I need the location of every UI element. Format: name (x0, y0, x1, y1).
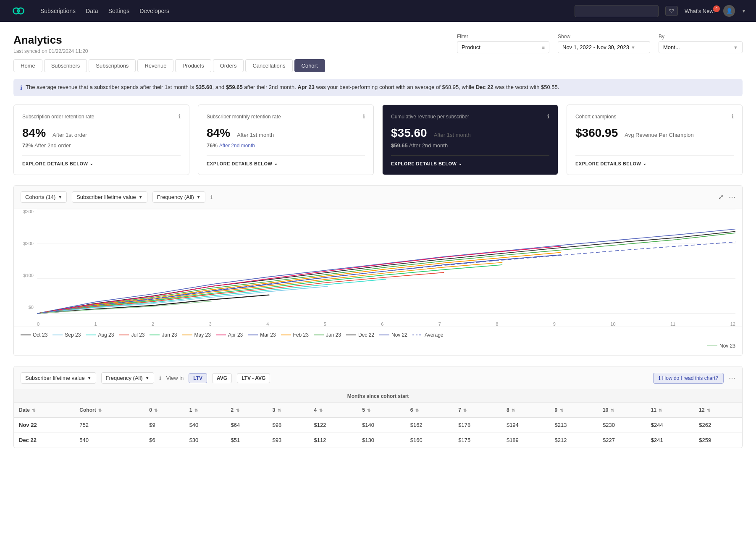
legend-may23[interactable]: May 23 (182, 332, 211, 338)
whats-new-button[interactable]: What's New? 4 (685, 8, 717, 14)
col-m6[interactable]: 6 ⇅ (405, 403, 454, 418)
frequency-dropdown[interactable]: Frequency (All) ▼ (152, 191, 205, 203)
legend-average[interactable]: Average (412, 332, 443, 338)
col-m7[interactable]: 7 ⇅ (453, 403, 501, 418)
legend-jun23[interactable]: Jun 23 (150, 332, 177, 338)
avatar[interactable]: 👤 (723, 5, 735, 17)
table-info-icon[interactable]: ℹ (159, 375, 161, 381)
stat-card-cumulative-revenue: Cumulative revenue per subscriber ℹ $35.… (382, 105, 558, 175)
cell-m12-0: $262 (694, 418, 742, 433)
search-input[interactable] (575, 5, 659, 17)
chart-xaxis: 0 1 2 3 4 5 6 7 8 9 10 11 12 (37, 322, 735, 327)
cell-m11-0: $244 (646, 418, 694, 433)
nav-data[interactable]: Data (86, 8, 98, 14)
nav-subscriptions[interactable]: Subscriptions (40, 8, 76, 14)
tab-cohort[interactable]: Cohort (294, 59, 325, 72)
tab-revenue[interactable]: Revenue (137, 59, 173, 72)
cell-cohort-0: 752 (74, 418, 144, 433)
tab-orders[interactable]: Orders (213, 59, 244, 72)
stat-card-subscriber-retention: Subscriber monthly retention rate ℹ 84% … (198, 105, 374, 175)
col-m4[interactable]: 4 ⇅ (309, 403, 357, 418)
filter-product-dropdown[interactable]: Product ≡ (457, 41, 549, 53)
col-m8[interactable]: 8 ⇅ (501, 403, 550, 418)
legend-dec22[interactable]: Dec 22 (346, 332, 374, 338)
page-title: Analytics (13, 34, 88, 47)
expand-icon[interactable]: ⤢ (718, 193, 724, 201)
cell-m9-0: $213 (550, 418, 598, 433)
cell-m4-1: $112 (309, 433, 357, 448)
legend-line-average (412, 335, 423, 335)
legend-mar23[interactable]: Mar 23 (248, 332, 276, 338)
by-dropdown[interactable]: Mont... ▼ (659, 41, 743, 53)
stat-sub-3: Avg Revenue Per Champion (625, 132, 694, 138)
tab-subscribers[interactable]: Subscribers (44, 59, 87, 72)
more-options-icon[interactable]: ⋯ (729, 193, 735, 201)
legend-feb23[interactable]: Feb 23 (281, 332, 309, 338)
legend-line-mar23 (248, 335, 258, 335)
cell-m8-1: $189 (501, 433, 550, 448)
chevron-down-icon-by: ▼ (733, 45, 738, 50)
nav-settings[interactable]: Settings (108, 8, 130, 14)
cell-m5-0: $140 (357, 418, 405, 433)
explore-2[interactable]: EXPLORE DETAILS BELOW ⌄ (391, 155, 549, 166)
nav-developers[interactable]: Developers (139, 8, 169, 14)
col-cohort[interactable]: Cohort ⇅ (74, 403, 144, 418)
explore-3[interactable]: EXPLORE DETAILS BELOW ⌄ (575, 155, 734, 166)
info-icon-help: ℹ (659, 375, 661, 381)
legend-sep23[interactable]: Sep 23 (52, 332, 81, 338)
col-date[interactable]: Date ⇅ (14, 403, 74, 418)
col-m12[interactable]: 12 ⇅ (694, 403, 742, 418)
help-button[interactable]: ℹ How do I read this chart? (653, 373, 724, 384)
logo[interactable] (10, 3, 27, 19)
col-m9[interactable]: 9 ⇅ (550, 403, 598, 418)
info-icon-2[interactable]: ℹ (547, 113, 549, 120)
info-icon-3[interactable]: ℹ (732, 113, 734, 120)
ltv-avg-button[interactable]: LTV - AVG (237, 373, 270, 383)
legend-jan23[interactable]: Jan 23 (314, 332, 341, 338)
table-more-options-icon[interactable]: ⋯ (729, 374, 735, 382)
legend-nov23[interactable]: Nov 23 (707, 343, 735, 349)
col-m2[interactable]: 2 ⇅ (226, 403, 268, 418)
explore-0[interactable]: EXPLORE DETAILS BELOW ⌄ (22, 155, 181, 166)
cell-m7-0: $178 (453, 418, 501, 433)
tab-cancellations[interactable]: Cancellations (245, 59, 292, 72)
col-m10[interactable]: 10 ⇅ (598, 403, 646, 418)
after-2nd-month-link[interactable]: After 2nd month (219, 143, 255, 149)
tab-products[interactable]: Products (175, 59, 211, 72)
col-m1[interactable]: 1 ⇅ (184, 403, 226, 418)
info-icon-0[interactable]: ℹ (178, 113, 181, 120)
metric-dropdown[interactable]: Subscriber lifetime value ▼ (72, 191, 147, 203)
explore-1[interactable]: EXPLORE DETAILS BELOW ⌄ (207, 155, 365, 166)
col-m5[interactable]: 5 ⇅ (357, 403, 405, 418)
cell-m2-1: $51 (226, 433, 268, 448)
legend-aug23[interactable]: Aug 23 (86, 332, 114, 338)
chevron-down-icon: ▼ (742, 9, 746, 13)
chart-info-icon[interactable]: ℹ (210, 194, 213, 200)
avg-button[interactable]: AVG (212, 373, 232, 383)
table-frequency-dropdown[interactable]: Frequency (All) ▼ (101, 372, 154, 384)
legend-apr23[interactable]: Apr 23 (216, 332, 243, 338)
stat-secondary-0: 72% After 2nd order (22, 142, 181, 149)
table-toolbar: Subscriber lifetime value ▼ Frequency (A… (14, 366, 742, 390)
cell-m0-0: $9 (144, 418, 184, 433)
legend-nov22[interactable]: Nov 22 (379, 332, 407, 338)
filter-group: Filter Product ≡ (457, 34, 549, 53)
table-metric-dropdown[interactable]: Subscriber lifetime value ▼ (21, 372, 96, 384)
ltv-button[interactable]: LTV (189, 373, 207, 383)
info-banner: ℹ The average revenue that a subscriber … (13, 79, 743, 96)
tab-home[interactable]: Home (13, 59, 42, 72)
col-m3[interactable]: 3 ⇅ (268, 403, 309, 418)
date-range-picker[interactable]: Nov 1, 2022 - Nov 30, 2023 ▼ (558, 41, 650, 53)
col-m11[interactable]: 11 ⇅ (646, 403, 694, 418)
tab-subscriptions[interactable]: Subscriptions (89, 59, 136, 72)
legend-oct23[interactable]: Oct 23 (21, 332, 47, 338)
cohorts-dropdown[interactable]: Cohorts (14) ▼ (21, 191, 67, 203)
table-toolbar-right: ℹ How do I read this chart? ⋯ (653, 373, 735, 384)
table-row: Dec 22 540 $6 $30 $51 $93 $112 $130 $160… (14, 433, 742, 448)
navigation: Subscriptions Data Settings Developers 🛡… (0, 0, 756, 22)
col-m0[interactable]: 0 ⇅ (144, 403, 184, 418)
filter-label: Filter (457, 34, 549, 39)
info-icon-1[interactable]: ℹ (363, 113, 365, 120)
stat-secondary-2: $59.65 After 2nd month (391, 142, 549, 149)
legend-jul23[interactable]: Jul 23 (119, 332, 144, 338)
